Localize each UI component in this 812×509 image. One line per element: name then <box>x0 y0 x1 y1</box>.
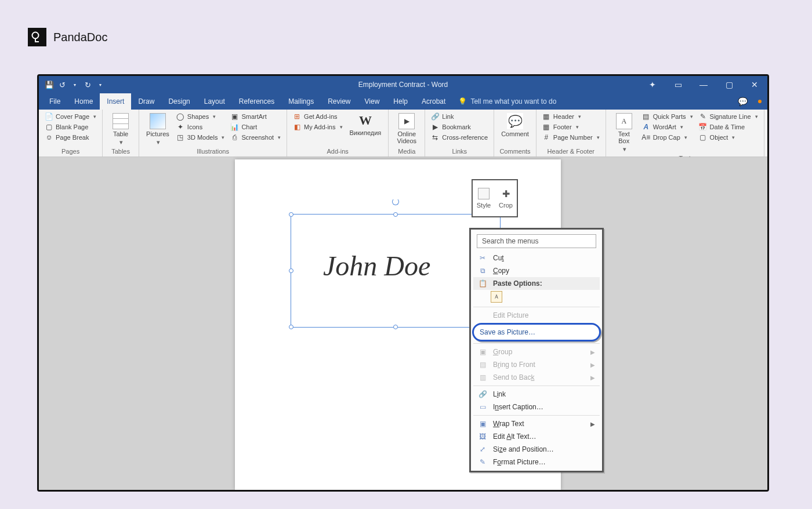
3d-models-button[interactable]: ◳3D Models▾ <box>175 133 226 142</box>
separator <box>473 415 600 416</box>
style-button[interactable]: Style <box>473 180 495 216</box>
wikipedia-button[interactable]: W Википедия <box>347 112 384 137</box>
date-time-button[interactable]: 📅Date & Time <box>698 122 759 132</box>
restore-button[interactable]: ▢ <box>716 76 742 93</box>
save-icon[interactable]: 💾 <box>45 80 54 89</box>
menu-insert-caption[interactable]: ▭Insert Caption… <box>473 401 600 413</box>
online-videos-button[interactable]: ▶ Online Videos <box>393 112 420 146</box>
comment-icon: 💬 <box>507 113 523 129</box>
my-addins-button[interactable]: ◧My Add-ins▾ <box>292 122 343 132</box>
wordart-icon: A <box>642 123 650 131</box>
bookmark-button[interactable]: ▶Bookmark <box>430 122 489 132</box>
my-addins-icon: ◧ <box>293 123 301 131</box>
menu-search-input[interactable]: Search the menus <box>477 234 596 248</box>
tab-home[interactable]: Home <box>67 93 100 110</box>
text-box-button[interactable]: A Text Box▾ <box>611 112 637 154</box>
tab-file[interactable]: File <box>42 93 67 110</box>
resize-handle-sw[interactable] <box>289 325 293 329</box>
object-icon: ▢ <box>699 133 707 141</box>
comments-button-icon[interactable]: 💬 <box>738 97 748 106</box>
smartart-button[interactable]: ▣SmartArt <box>229 112 282 121</box>
resize-handle-w[interactable] <box>289 268 293 273</box>
menu-edit-alt-text[interactable]: 🖼Edit Alt Text… <box>473 430 600 443</box>
menu-size-position[interactable]: ⤢Size and Position… <box>473 443 600 456</box>
ctx-link-icon: 🔗 <box>478 390 487 399</box>
tell-me-label: Tell me what you want to do <box>470 97 556 106</box>
link-button[interactable]: 🔗Link <box>430 112 489 121</box>
resize-handle-s[interactable] <box>393 325 398 329</box>
tab-mailings[interactable]: Mailings <box>281 93 321 110</box>
get-addins-button[interactable]: ⊞Get Add-ins <box>292 112 343 121</box>
quick-parts-button[interactable]: ▤Quick Parts▾ <box>641 112 694 121</box>
ribbon-display-icon[interactable]: ▭ <box>665 76 691 93</box>
cover-page-button[interactable]: 📄Cover Page▾ <box>44 112 97 121</box>
tell-me-search[interactable]: 💡 Tell me what you want to do <box>452 93 562 110</box>
qat-customize-icon[interactable]: ▾ <box>96 80 105 89</box>
cut-icon: ✂ <box>478 253 487 263</box>
cross-reference-button[interactable]: ⇆Cross-reference <box>430 133 489 142</box>
crop-button[interactable]: ✚ Crop <box>495 180 517 216</box>
menu-link[interactable]: 🔗Link <box>473 388 600 401</box>
menu-save-as-picture[interactable]: Save as Picture… <box>472 323 601 341</box>
store-icon: ⊞ <box>293 112 301 121</box>
tab-view[interactable]: View <box>358 93 387 110</box>
lightbulb-icon: 💡 <box>458 97 467 106</box>
page-break-button[interactable]: ⎊Page Break <box>44 133 97 142</box>
tab-design[interactable]: Design <box>161 93 197 110</box>
group-symbols: πEquation▾ ΩSymbol▾ Symbols <box>764 110 769 157</box>
page-number-button[interactable]: #Page Number▾ <box>541 133 601 142</box>
accessibility-icon[interactable]: ✦ <box>640 76 665 93</box>
wrap-text-icon: ▣ <box>478 419 487 428</box>
date-time-icon: 📅 <box>699 123 707 131</box>
tab-insert[interactable]: Insert <box>100 93 131 110</box>
menu-cut[interactable]: ✂Cut <box>473 252 600 264</box>
chart-button[interactable]: 📊Chart <box>229 122 282 132</box>
paste-icon: 📋 <box>478 279 487 288</box>
group-header-footer: ▦Header▾ ▦Footer▾ #Page Number▾ Header &… <box>536 110 606 157</box>
footer-button[interactable]: ▦Footer▾ <box>541 122 601 132</box>
tab-layout[interactable]: Layout <box>197 93 232 110</box>
shapes-button[interactable]: ◯Shapes▾ <box>175 112 226 121</box>
tab-acrobat[interactable]: Acrobat <box>415 93 452 110</box>
drop-cap-button[interactable]: A≡Drop Cap▾ <box>641 133 694 142</box>
word-window: 💾 ↺ ▾ ↻ ▾ Employment Contract - Word ✦ ▭… <box>37 74 769 492</box>
menu-wrap-text[interactable]: ▣Wrap Text▶ <box>473 417 600 430</box>
object-button[interactable]: ▢Object▾ <box>698 133 759 142</box>
comment-button[interactable]: 💬 Comment <box>499 112 531 139</box>
tab-references[interactable]: References <box>232 93 281 110</box>
icons-button[interactable]: ✦Icons <box>175 122 226 132</box>
separator <box>473 386 600 386</box>
document-title: Employment Contract - Word <box>358 81 448 89</box>
menu-edit-picture: Edit Picture <box>473 309 600 322</box>
menu-copy[interactable]: ⧉Copy <box>473 264 600 277</box>
tab-draw[interactable]: Draw <box>131 93 161 110</box>
resize-handle-nw[interactable] <box>289 212 293 217</box>
signature-line-button[interactable]: ✎Signature Line▾ <box>698 112 759 121</box>
rotate-handle[interactable] <box>392 198 399 205</box>
tab-review[interactable]: Review <box>321 93 357 110</box>
undo-icon[interactable]: ↺ <box>57 80 67 89</box>
group-comments: 💬 Comment Comments <box>494 110 536 157</box>
wikipedia-icon: W <box>359 113 372 128</box>
notification-dot-icon[interactable] <box>758 100 762 103</box>
context-menu: Search the menus ✂Cut ⧉Copy 📋Paste Optio… <box>469 228 604 472</box>
tab-help[interactable]: Help <box>386 93 415 110</box>
group-text: A Text Box▾ ▤Quick Parts▾ AWordArt▾ A≡Dr… <box>606 110 764 157</box>
table-button[interactable]: Table▾ <box>107 112 134 147</box>
quick-access-toolbar: 💾 ↺ ▾ ↻ ▾ <box>39 80 111 89</box>
menu-format-picture[interactable]: ✎Format Picture… <box>473 456 600 468</box>
separator <box>473 307 600 307</box>
screenshot-button[interactable]: ⎙Screenshot▾ <box>229 133 282 142</box>
resize-handle-n[interactable] <box>393 212 398 217</box>
undo-dropdown-icon[interactable]: ▾ <box>70 80 79 89</box>
pictures-button[interactable]: Pictures▾ <box>144 112 172 147</box>
header-button[interactable]: ▦Header▾ <box>541 112 601 121</box>
table-icon <box>113 113 129 129</box>
minimize-button[interactable]: — <box>691 76 716 93</box>
group-media: ▶ Online Videos Media <box>389 110 425 157</box>
wordart-button[interactable]: AWordArt▾ <box>641 122 694 132</box>
close-button[interactable]: ✕ <box>742 76 767 93</box>
paste-keep-formatting-icon[interactable]: Ａ <box>491 291 502 303</box>
redo-icon[interactable]: ↻ <box>83 80 92 89</box>
blank-page-button[interactable]: ▢Blank Page <box>44 122 97 132</box>
